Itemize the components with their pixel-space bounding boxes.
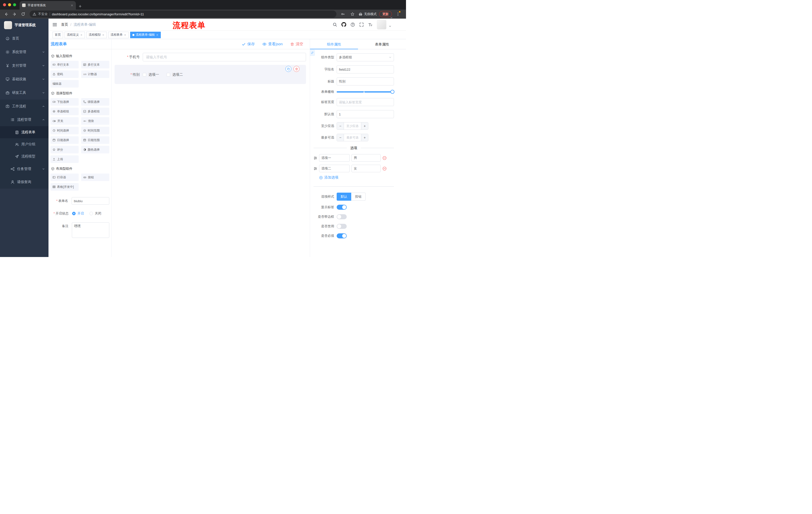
component-time-picker[interactable]: 时间选择: [51, 127, 79, 134]
tag-process-form[interactable]: 流程表单: [108, 32, 128, 38]
reload-icon[interactable]: [20, 10, 27, 18]
option-2-value-input[interactable]: [351, 165, 381, 172]
close-window-button[interactable]: [3, 3, 6, 6]
sidebar-item-devtools[interactable]: 研发工具: [0, 86, 49, 100]
form-name-input[interactable]: [71, 197, 109, 205]
search-icon[interactable]: [332, 22, 337, 27]
help-icon[interactable]: [350, 22, 355, 27]
link-handle[interactable]: [310, 50, 315, 56]
back-icon[interactable]: [2, 10, 9, 18]
component-table[interactable]: 表格[开发中]: [51, 183, 79, 191]
component-upload[interactable]: 上传: [51, 155, 79, 163]
sidebar-item-process-form[interactable]: 流程表单: [0, 126, 49, 138]
component-single-text[interactable]: 单行文本: [51, 61, 79, 69]
close-icon[interactable]: [124, 34, 126, 36]
field-name-input[interactable]: [337, 65, 394, 74]
remove-option-button[interactable]: [382, 166, 387, 171]
default-value-input[interactable]: [337, 110, 394, 118]
min-select-value[interactable]: 至少应选: [344, 123, 361, 130]
sidebar-item-payment[interactable]: 支付管理: [0, 59, 49, 73]
password-key-icon[interactable]: [340, 10, 346, 18]
component-editor[interactable]: 编辑器: [51, 80, 79, 87]
sidebar-item-infrastructure[interactable]: 基础设施: [0, 73, 49, 86]
style-button-button[interactable]: 按钮: [351, 193, 366, 201]
avatar-caret-icon[interactable]: [389, 25, 392, 28]
disabled-toggle[interactable]: [337, 224, 347, 229]
drag-handle-icon[interactable]: [314, 167, 317, 170]
component-date-picker[interactable]: 日期选择: [51, 136, 79, 144]
sidebar-item-process-model[interactable]: 流程模型: [0, 151, 49, 162]
browser-menu-icon[interactable]: [395, 10, 402, 18]
github-icon[interactable]: [342, 22, 346, 27]
component-counter[interactable]: 计数器: [81, 71, 109, 78]
zoom-window-button[interactable]: [13, 3, 16, 6]
minimize-window-button[interactable]: [8, 3, 11, 6]
component-color-picker[interactable]: 颜色选择: [81, 146, 109, 154]
view-json-button[interactable]: 查看json: [262, 42, 283, 47]
required-toggle[interactable]: [337, 233, 347, 238]
field-gender-selected[interactable]: *性别 选项一 选项二: [115, 65, 306, 84]
sidebar-item-user-group[interactable]: 用户分组: [0, 138, 49, 151]
tag-process-definition[interactable]: 流程定义: [64, 32, 85, 38]
component-radio-group[interactable]: 单选框组: [51, 108, 79, 115]
bookmark-star-icon[interactable]: [349, 10, 356, 18]
component-rate[interactable]: 评分: [51, 146, 79, 154]
minus-button[interactable]: −: [337, 134, 344, 141]
breadcrumb-home[interactable]: 首页: [61, 22, 68, 27]
tag-process-form-edit[interactable]: 流程表单-编辑: [130, 32, 161, 38]
close-icon[interactable]: [80, 34, 83, 36]
component-row-container[interactable]: 行容器: [51, 173, 79, 181]
clear-button[interactable]: 清空: [290, 42, 303, 47]
component-cascader[interactable]: 级联选择: [81, 98, 109, 106]
browser-tab[interactable]: 芋道管理系统: [20, 1, 76, 9]
max-select-value[interactable]: 最多可选: [344, 134, 361, 141]
logo[interactable]: 芋道管理系统: [0, 19, 49, 32]
show-label-toggle[interactable]: [337, 205, 347, 210]
plus-button[interactable]: +: [361, 123, 368, 130]
title-input[interactable]: [337, 77, 394, 85]
form-remark-textarea[interactable]: 嘿嘿: [72, 222, 109, 238]
tab-close-icon[interactable]: [70, 4, 74, 7]
font-size-icon[interactable]: [368, 22, 373, 27]
drag-handle-icon[interactable]: [314, 156, 317, 160]
checkbox-option-1[interactable]: 选项一: [143, 73, 159, 77]
tab-component-props[interactable]: 组件属性: [310, 39, 358, 49]
component-date-range[interactable]: 日期范围: [81, 136, 109, 144]
close-icon[interactable]: [156, 34, 158, 36]
option-1-value-input[interactable]: [351, 154, 381, 162]
sidebar-item-task-mgmt[interactable]: 任务管理: [0, 162, 49, 175]
close-icon[interactable]: [102, 34, 105, 36]
component-password[interactable]: 密码: [51, 71, 79, 78]
minus-button[interactable]: −: [337, 123, 344, 130]
radio-status-on[interactable]: 开启: [72, 211, 84, 216]
avatar[interactable]: [377, 20, 386, 29]
new-tab-icon[interactable]: [78, 4, 82, 8]
component-multi-text[interactable]: 多行文本: [81, 61, 109, 69]
component-select[interactable]: 下拉选择: [51, 98, 79, 106]
save-button[interactable]: 保存: [242, 42, 255, 47]
form-canvas[interactable]: *手机号 *性别 选项一 选项二: [112, 49, 310, 257]
component-slider[interactable]: 滑块: [81, 117, 109, 125]
fullscreen-icon[interactable]: [359, 22, 364, 27]
sidebar-item-system[interactable]: 系统管理: [0, 45, 49, 59]
phone-input[interactable]: [143, 53, 306, 61]
remove-option-button[interactable]: [382, 156, 387, 160]
add-option-button[interactable]: 添加选项: [319, 175, 402, 180]
sidebar-item-home[interactable]: 首页: [0, 32, 49, 45]
address-field[interactable]: 不安全 dashboard.yudao.iocoder.cn/bpm/manag…: [30, 10, 337, 18]
hamburger-icon[interactable]: [52, 22, 58, 27]
plus-button[interactable]: +: [361, 134, 368, 141]
option-1-label-input[interactable]: [319, 154, 350, 162]
style-default-button[interactable]: 默认: [337, 193, 351, 201]
sidebar-item-workflow[interactable]: 工作流程: [0, 100, 49, 113]
label-width-input[interactable]: [337, 98, 394, 106]
sidebar-item-leave-query[interactable]: 请假查询: [0, 175, 49, 189]
component-switch[interactable]: 开关: [51, 117, 79, 125]
component-checkbox-group[interactable]: 多选框组: [81, 108, 109, 115]
forward-icon[interactable]: [11, 10, 18, 18]
grid-slider[interactable]: [337, 90, 394, 94]
tag-process-model[interactable]: 流程模型: [86, 32, 107, 38]
checkbox-option-2[interactable]: 选项二: [167, 73, 183, 77]
tab-form-props[interactable]: 表单属性: [358, 39, 406, 49]
option-2-label-input[interactable]: [319, 165, 350, 172]
